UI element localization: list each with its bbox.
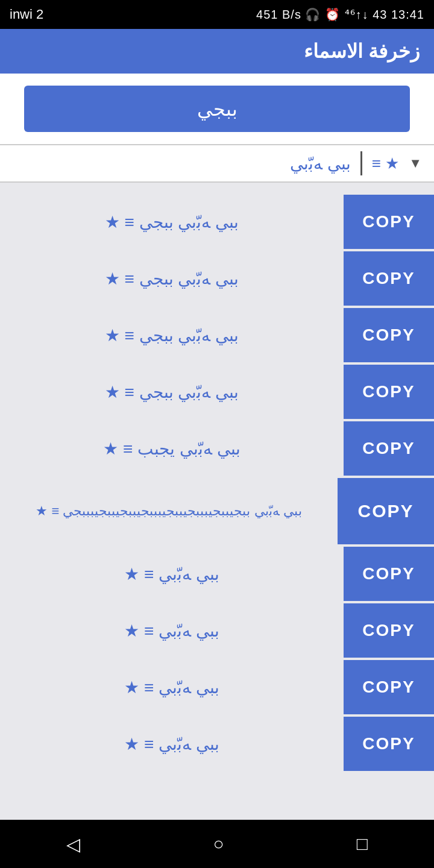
- filter-bar: ﺑﺒﻲ ‌ﻪ‍ﺑّ‍ﺑﻲ ≡ ★ ▼: [0, 144, 434, 183]
- app-title: زخرفة الاسماء: [304, 40, 420, 62]
- name-input[interactable]: [24, 86, 410, 132]
- input-area: [0, 74, 434, 144]
- copy-button[interactable]: COPY: [344, 251, 434, 306]
- result-row: ﺑﺒﻲ ‌ﻪ‍ﺑّ‍ﺑﻲ ببجيببجيبببجيببجيبببجيببجيب…: [0, 478, 434, 544]
- nav-bar: ◁ ○ □: [0, 820, 434, 868]
- result-decorated-text: ﺑﺒﻲ ‌ﻪ‍ﺑّ‍ﺑﻲ ببجيببجيبببجيببجيبببجيببجيب…: [0, 497, 338, 525]
- result-row: ﺑﺒﻲ ‌ﻪ‍ﺑّ‍ﺑﻲ ببجي ≡ ★COPY: [0, 308, 434, 362]
- copy-button[interactable]: COPY: [344, 603, 434, 658]
- result-row: ﺑﺒﻲ ‌ﻪ‍ﺑّ‍ﺑﻲ ≡ ★COPY: [0, 660, 434, 714]
- copy-button[interactable]: COPY: [344, 547, 434, 601]
- result-decorated-text: ﺑﺒﻲ ‌ﻪ‍ﺑّ‍ﺑﻲ ببجي ≡ ★: [0, 376, 344, 408]
- copy-button[interactable]: COPY: [344, 308, 434, 362]
- copy-button[interactable]: COPY: [344, 717, 434, 771]
- filter-icons-text: ≡ ★: [372, 154, 399, 173]
- result-decorated-text: ﺑﺒﻲ ‌ﻪ‍ﺑّ‍ﺑﻲ ≡ ★: [0, 615, 344, 647]
- status-bar: inwi 2 451 B/s 🎧 ⏰ ⁴⁶↑↓ 43 13:41: [0, 0, 434, 29]
- result-decorated-text: ﺑﺒﻲ ‌ﻪ‍ﺑّ‍ﺑﻲ ≡ ★: [0, 728, 344, 760]
- filter-decorated-text: ﺑﺒﻲ ‌ﻪ‍ﺑّ‍ﺑﻲ: [12, 154, 351, 174]
- result-decorated-text: ﺑﺒﻲ ‌ﻪ‍ﺑّ‍ﺑﻲ ببجي ≡ ★: [0, 206, 344, 238]
- result-row: ﺑﺒﻲ ‌ﻪ‍ﺑّ‍ﺑﻲ ≡ ★COPY: [0, 603, 434, 658]
- copy-button[interactable]: COPY: [344, 365, 434, 419]
- filter-divider: [360, 151, 362, 175]
- result-decorated-text: ﺑﺒﻲ ‌ﻪ‍ﺑّ‍ﺑﻲ ببجي ≡ ★: [0, 263, 344, 295]
- app-bar: زخرفة الاسماء: [0, 29, 434, 74]
- result-row: ﺑﺒﻲ ‌ﻪ‍ﺑّ‍ﺑﻲ ببجي ≡ ★COPY: [0, 251, 434, 306]
- dropdown-arrow-icon[interactable]: ▼: [409, 156, 422, 171]
- result-decorated-text: ﺑﺒﻲ ‌ﻪ‍ﺑّ‍ﺑﻲ ≡ ★: [0, 558, 344, 590]
- result-decorated-text: ﺑﺒﻲ ‌ﻪ‍ﺑّ‍ﺑﻲ يجبب ≡ ★: [0, 433, 344, 465]
- result-row: ﺑﺒﻲ ‌ﻪ‍ﺑّ‍ﺑﻲ ببجي ≡ ★COPY: [0, 195, 434, 249]
- status-info: 451 B/s 🎧 ⏰ ⁴⁶↑↓ 43 13:41: [256, 7, 424, 22]
- result-decorated-text: ﺑﺒﻲ ‌ﻪ‍ﺑّ‍ﺑﻲ ≡ ★: [0, 671, 344, 703]
- filter-options: ≡ ★: [372, 154, 399, 173]
- copy-button[interactable]: COPY: [344, 660, 434, 714]
- result-row: ﺑﺒﻲ ‌ﻪ‍ﺑّ‍ﺑﻲ يجبب ≡ ★COPY: [0, 421, 434, 476]
- back-button[interactable]: ◁: [48, 828, 98, 861]
- result-decorated-text: ﺑﺒﻲ ‌ﻪ‍ﺑّ‍ﺑﻲ ببجي ≡ ★: [0, 319, 344, 351]
- result-row: ﺑﺒﻲ ‌ﻪ‍ﺑّ‍ﺑﻲ ببجي ≡ ★COPY: [0, 365, 434, 419]
- recent-button[interactable]: □: [339, 828, 386, 860]
- status-carrier: inwi 2: [10, 7, 43, 22]
- home-button[interactable]: ○: [195, 828, 242, 860]
- results-list: ﺑﺒﻲ ‌ﻪ‍ﺑّ‍ﺑﻲ ببجي ≡ ★COPYﺑﺒﻲ ‌ﻪ‍ﺑّ‍ﺑﻲ بب…: [0, 183, 434, 820]
- result-row: ﺑﺒﻲ ‌ﻪ‍ﺑّ‍ﺑﻲ ≡ ★COPY: [0, 717, 434, 771]
- copy-button[interactable]: COPY: [344, 421, 434, 476]
- copy-button[interactable]: COPY: [344, 195, 434, 249]
- copy-button[interactable]: COPY: [338, 478, 434, 544]
- result-row: ﺑﺒﻲ ‌ﻪ‍ﺑّ‍ﺑﻲ ≡ ★COPY: [0, 547, 434, 601]
